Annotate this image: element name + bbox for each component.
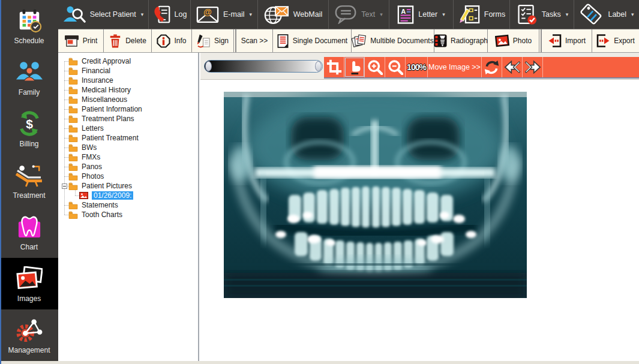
slider-handle-left[interactable] xyxy=(205,61,212,71)
folder-icon xyxy=(68,173,78,181)
hand-icon xyxy=(347,60,362,75)
tree-item-patient-picture-01-26-2009[interactable]: 01/26/2009: xyxy=(58,191,198,200)
import-arrow-icon xyxy=(548,34,562,47)
svg-text:@: @ xyxy=(203,7,212,17)
crop-tool-button[interactable] xyxy=(324,57,344,77)
button-label: Scan >> xyxy=(241,37,268,45)
chevron-down-icon: ▾ xyxy=(442,11,445,17)
zoom-in-button[interactable] xyxy=(365,57,385,77)
tree-item-insurance[interactable]: Insurance xyxy=(58,76,198,85)
select-patient-icon xyxy=(63,5,86,24)
scan-button[interactable]: Scan >> xyxy=(235,29,273,52)
sidebar-item-family[interactable]: Family xyxy=(0,52,58,103)
window-bottom-border xyxy=(0,361,639,364)
single-document-icon xyxy=(277,34,289,48)
tree-item-fmxs[interactable]: FMXs xyxy=(58,152,198,162)
button-label: Info xyxy=(174,37,186,45)
secondary-toolbar: Print Delete xyxy=(58,29,639,53)
window-left-border xyxy=(0,0,1,364)
brightness-contrast-slider[interactable] xyxy=(204,60,323,73)
tree-item-label: Panos xyxy=(82,163,102,171)
sidebar-item-label: Billing xyxy=(19,140,38,148)
panoramic-xray-image[interactable] xyxy=(224,92,527,298)
info-octagon-icon xyxy=(157,34,170,48)
app-window: Schedule Family xyxy=(0,0,639,364)
select-patient-button[interactable]: Select Patient ▾ xyxy=(58,0,149,29)
delete-button[interactable]: Delete xyxy=(104,29,152,52)
tree-item-label: 01/26/2009: xyxy=(92,191,133,200)
tree-item-patient-pictures[interactable]: Patient Pictures xyxy=(58,181,198,191)
tree-item-financial[interactable]: Financial xyxy=(58,66,198,76)
tasks-checklist-icon xyxy=(515,4,538,25)
slider-handle-right[interactable] xyxy=(315,61,322,71)
sidebar-item-management[interactable]: Management xyxy=(0,309,58,361)
folder-icon xyxy=(68,77,78,85)
forms-button[interactable]: Forms xyxy=(454,0,510,29)
tree-item-statements[interactable]: Statements xyxy=(58,200,198,210)
rotate-flip-button[interactable] xyxy=(482,57,502,77)
tree-item-photos[interactable]: Photos xyxy=(58,172,198,181)
pan-tool-button[interactable] xyxy=(344,57,365,77)
rotate-flip-icon xyxy=(484,59,500,76)
export-button[interactable]: Export xyxy=(592,29,639,52)
chevron-down-icon: ▾ xyxy=(249,11,252,17)
single-document-button[interactable]: Single Document xyxy=(273,29,352,52)
chevron-down-icon: ▾ xyxy=(631,11,634,17)
multiple-documents-button[interactable]: Multible Documents xyxy=(352,29,434,52)
implant-film-icon xyxy=(434,34,447,47)
button-label: Tasks xyxy=(542,10,561,19)
tree-item-tooth-charts[interactable]: Tooth Charts xyxy=(58,210,198,219)
sidebar-item-treatment[interactable]: Treatment xyxy=(0,155,58,206)
label-button[interactable]: Label ▾ xyxy=(574,0,639,29)
tree-item-patient-information[interactable]: Patient Information xyxy=(58,104,198,114)
tree-item-patient-treatment[interactable]: Patient Treatment xyxy=(58,133,198,143)
tree-item-letters[interactable]: Letters xyxy=(58,124,198,133)
sidebar-item-schedule[interactable]: Schedule xyxy=(0,0,58,52)
text-button[interactable]: Text ▾ xyxy=(329,0,389,29)
tree-item-label: Financial xyxy=(82,67,110,75)
management-gear-icon xyxy=(15,316,44,344)
tree-item-miscellaneous[interactable]: Miscellaneous xyxy=(58,95,198,104)
tree-item-label: Letters xyxy=(82,124,104,133)
tree-item-label: Insurance xyxy=(82,76,113,85)
tree-item-bws[interactable]: BWs xyxy=(58,143,198,152)
photo-button[interactable]: Photo xyxy=(488,29,539,52)
sidebar-item-chart[interactable]: Chart xyxy=(0,206,58,258)
tree-item-label: Miscellaneous xyxy=(82,95,127,104)
button-label: Select Patient xyxy=(90,10,136,19)
tree-item-label: Patient Treatment xyxy=(82,134,139,142)
tree-item-medical-history[interactable]: Medical History xyxy=(58,85,198,95)
email-button[interactable]: @ E-mail ▾ xyxy=(191,0,258,29)
sidebar-item-billing[interactable]: $ Billing xyxy=(0,103,58,155)
print-button[interactable]: Print xyxy=(58,29,104,52)
chevron-down-icon: ▾ xyxy=(141,11,144,17)
tree-item-label: FMXs xyxy=(82,153,100,161)
crop-icon xyxy=(326,59,342,75)
folder-icon xyxy=(68,144,78,152)
tree-item-credit-approval[interactable]: Credit Approval xyxy=(58,56,198,66)
tree-item-treatment-plans[interactable]: Treatment Plans xyxy=(58,114,198,124)
tasks-button[interactable]: Tasks ▾ xyxy=(510,0,574,29)
collapse-expander-icon[interactable] xyxy=(62,183,67,189)
redo-arrow-button[interactable] xyxy=(523,57,543,77)
info-button[interactable]: Info xyxy=(152,29,192,52)
zoom-100-button[interactable]: 100% xyxy=(406,57,428,77)
move-image-button[interactable]: Move Image >> xyxy=(428,57,482,77)
trash-icon xyxy=(109,34,122,48)
undo-arrow-button[interactable] xyxy=(502,57,523,77)
log-button[interactable]: Log xyxy=(149,0,191,29)
forms-pencil-icon xyxy=(458,5,480,24)
sidebar-item-label: Chart xyxy=(20,243,38,251)
tree-item-panos[interactable]: Panos xyxy=(58,162,198,172)
zoom-out-button[interactable] xyxy=(385,57,406,77)
import-button[interactable]: Import xyxy=(541,29,592,52)
radiograph-button[interactable]: Radiograph xyxy=(434,29,488,52)
button-label: Letter xyxy=(418,10,437,19)
webmail-button[interactable]: WebMail xyxy=(258,0,329,29)
viewer-canvas[interactable] xyxy=(200,80,639,364)
billing-dollar-icon: $ xyxy=(15,110,44,137)
letter-button[interactable]: A Letter ▾ xyxy=(389,0,454,29)
sidebar-item-images[interactable]: Images xyxy=(0,258,58,309)
tree-item-label: Treatment Plans xyxy=(82,115,134,123)
sign-button[interactable]: Sign xyxy=(192,29,234,52)
